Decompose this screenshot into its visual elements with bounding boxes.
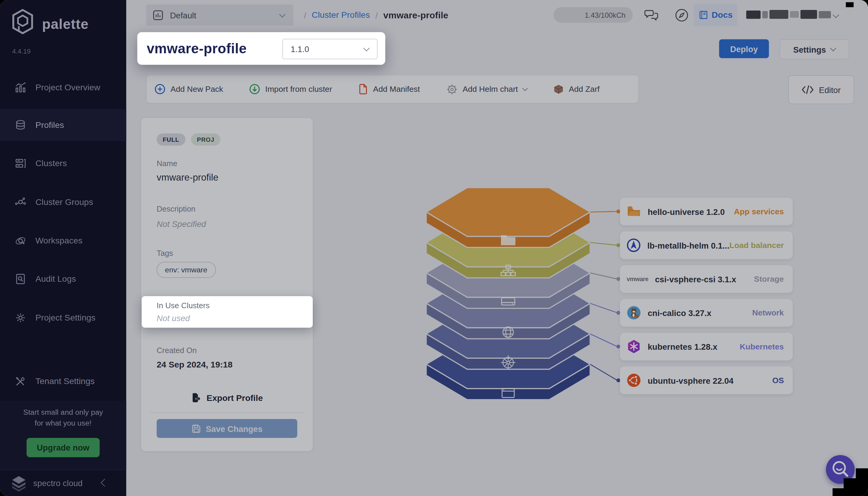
version-select[interactable]: 1.1.0	[282, 39, 377, 59]
in-use-clusters-value: Not used	[157, 313, 190, 323]
chevron-down-icon	[363, 45, 370, 51]
in-use-clusters-label: In Use Clusters	[157, 301, 210, 310]
version-value: 1.1.0	[291, 44, 309, 53]
screen-artifact	[833, 488, 868, 496]
tour-dim-overlay	[0, 0, 868, 496]
screen-artifact	[846, 2, 854, 7]
page-title: vmware-profile	[146, 40, 247, 56]
in-use-clusters-section: In Use Clusters Not used	[142, 296, 313, 328]
profile-title-card: vmware-profile 1.1.0	[137, 32, 385, 65]
app-window: palette 4.4.19 Project Overview Profiles	[0, 0, 868, 496]
